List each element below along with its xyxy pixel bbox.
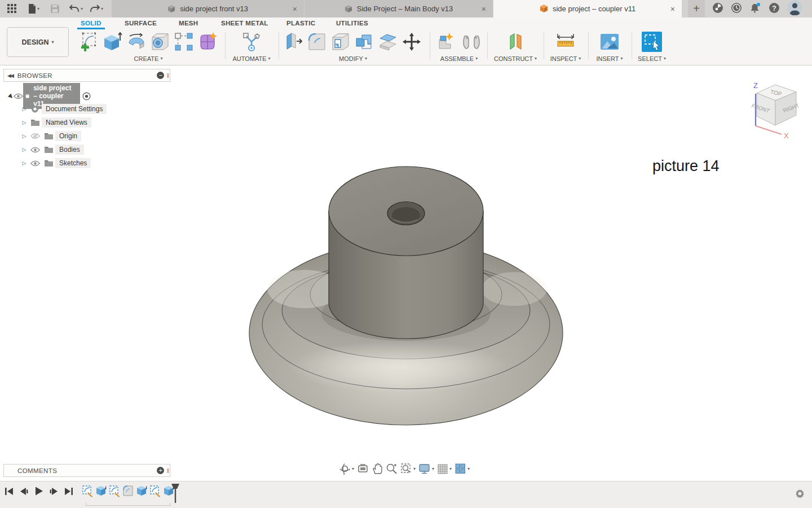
display-caret-icon[interactable]: [432, 467, 434, 471]
activate-radio-icon[interactable]: [82, 92, 91, 100]
look-at-button[interactable]: [357, 463, 369, 475]
orbit-button[interactable]: [339, 463, 354, 475]
tab-surface[interactable]: SURFACE: [125, 20, 157, 27]
extrude-icon[interactable]: [103, 32, 123, 52]
close-tab-icon[interactable]: ×: [670, 5, 675, 14]
tree-row-document-settings[interactable]: ▷ Document Settings: [20, 103, 107, 115]
group-inspect-dropdown[interactable]: INSPECT: [545, 55, 586, 62]
model-coupler[interactable]: [242, 155, 570, 432]
timeline-feature-sketch-icon[interactable]: [109, 485, 120, 497]
step-back-button[interactable]: [19, 487, 29, 496]
expand-triangle-icon[interactable]: ▷: [20, 133, 28, 139]
document-tab-active[interactable]: side project – coupler v11 ×: [493, 0, 682, 17]
tree-row-named-views[interactable]: ▷ Named Views: [20, 116, 91, 129]
close-tab-icon[interactable]: ×: [293, 5, 297, 14]
group-assemble-dropdown[interactable]: ASSEMBLE: [432, 55, 486, 62]
viewport-canvas[interactable]: picture 14 Z X TOP FRONT RIGHT ◀◀ BROWSE…: [0, 65, 812, 481]
press-pull-icon[interactable]: [284, 32, 303, 52]
undo-button[interactable]: [67, 0, 86, 17]
go-to-start-button[interactable]: [5, 487, 14, 496]
help-icon[interactable]: ?: [769, 2, 780, 16]
fit-button[interactable]: [400, 463, 416, 475]
tree-item-label[interactable]: Sketches: [55, 158, 91, 168]
measure-icon[interactable]: [555, 32, 576, 51]
panel-grip-icon[interactable]: ‖: [166, 467, 169, 474]
go-to-end-button[interactable]: [64, 487, 73, 496]
grid-display-button[interactable]: [437, 463, 452, 475]
create-sketch-icon[interactable]: [79, 32, 99, 52]
expand-triangle-icon[interactable]: ▷: [20, 147, 28, 152]
timeline-feature-sketch-icon[interactable]: [82, 485, 93, 497]
fit-caret-icon[interactable]: [413, 467, 416, 471]
expand-triangle-icon[interactable]: ▶: [9, 93, 14, 99]
timeline-position-marker[interactable]: [171, 483, 180, 503]
revolve-icon[interactable]: [126, 32, 147, 52]
configure-icon[interactable]: [242, 32, 261, 52]
timeline-settings-gear-icon[interactable]: [795, 488, 805, 499]
tab-sheet-metal[interactable]: SHEET METAL: [221, 20, 268, 27]
fillet-icon[interactable]: [307, 32, 327, 52]
redo-caret-icon[interactable]: [101, 7, 103, 11]
play-button[interactable]: [34, 486, 44, 496]
timeline-feature-sketch-icon[interactable]: [149, 485, 161, 497]
step-forward-button[interactable]: [49, 487, 59, 496]
tab-plastic[interactable]: PLASTIC: [286, 20, 315, 27]
tree-item-label[interactable]: Document Settings: [42, 104, 107, 114]
job-status-icon[interactable]: [731, 2, 742, 16]
document-tab[interactable]: side project front v13 ×: [112, 0, 304, 17]
viewports-caret-icon[interactable]: [467, 467, 470, 471]
construction-plane-icon[interactable]: [506, 32, 525, 52]
select-icon[interactable]: [641, 31, 663, 52]
insert-image-icon[interactable]: [599, 33, 620, 51]
app-grid-icon[interactable]: [5, 0, 20, 17]
collapse-panel-icon[interactable]: ◀◀: [7, 73, 13, 78]
visibility-eye-icon[interactable]: [28, 160, 42, 167]
create-form-icon[interactable]: [197, 32, 218, 52]
browser-panel-header[interactable]: ◀◀ BROWSER − ‖: [3, 69, 170, 82]
new-component-icon[interactable]: [437, 32, 458, 52]
tree-root-row[interactable]: ▶ side project – coupler v11: [9, 90, 91, 102]
tree-row-origin[interactable]: ▷ Origin: [20, 130, 81, 142]
tree-item-label[interactable]: Named Views: [42, 117, 91, 128]
extensions-icon[interactable]: [712, 2, 723, 16]
tree-item-label[interactable]: Origin: [55, 131, 81, 141]
group-create-dropdown[interactable]: CREATE: [74, 55, 222, 62]
tab-utilities[interactable]: UTILITIES: [336, 20, 368, 27]
visibility-eye-icon[interactable]: [28, 147, 42, 153]
view-cube[interactable]: Z X TOP FRONT RIGHT: [744, 78, 806, 140]
workspace-selector[interactable]: DESIGN: [7, 27, 69, 57]
add-comment-icon[interactable]: +: [157, 467, 164, 474]
profile-avatar[interactable]: [787, 0, 802, 17]
hole-icon[interactable]: [150, 32, 170, 52]
expand-triangle-icon[interactable]: ▷: [20, 120, 28, 125]
save-button[interactable]: [48, 0, 62, 17]
viewports-button[interactable]: [454, 463, 470, 475]
timeline-feature-extrude-icon[interactable]: [136, 485, 147, 497]
visibility-eye-hidden-icon[interactable]: [28, 133, 42, 139]
timeline-feature-extrude-icon[interactable]: [95, 485, 107, 497]
grid-caret-icon[interactable]: [449, 467, 452, 471]
group-insert-dropdown[interactable]: INSERT: [590, 55, 629, 62]
shell-icon[interactable]: [330, 32, 351, 52]
visibility-eye-icon[interactable]: [14, 93, 23, 99]
group-automate-dropdown[interactable]: AUTOMATE: [228, 55, 275, 62]
zoom-button[interactable]: [386, 463, 398, 475]
split-body-icon[interactable]: [378, 32, 398, 52]
panel-display-toggle-icon[interactable]: −: [157, 72, 164, 79]
pan-button[interactable]: [372, 463, 383, 475]
rectangular-pattern-icon[interactable]: [174, 32, 194, 52]
close-tab-icon[interactable]: ×: [482, 5, 486, 14]
comments-panel-header[interactable]: COMMENTS + ‖: [3, 464, 170, 477]
tree-item-label[interactable]: Bodies: [55, 144, 84, 155]
tree-row-bodies[interactable]: ▷ Bodies: [20, 143, 84, 156]
tab-solid[interactable]: SOLID: [81, 20, 102, 27]
new-tab-button[interactable]: +: [688, 0, 705, 17]
joint-icon[interactable]: [462, 32, 481, 52]
notifications-bell-icon[interactable]: [749, 2, 761, 16]
redo-button[interactable]: [87, 0, 106, 17]
expand-triangle-icon[interactable]: ▷: [20, 160, 28, 166]
display-settings-button[interactable]: [418, 463, 434, 475]
tree-row-sketches[interactable]: ▷ Sketches: [20, 157, 91, 169]
tab-mesh[interactable]: MESH: [179, 20, 198, 27]
expand-triangle-icon[interactable]: ▷: [20, 106, 28, 112]
